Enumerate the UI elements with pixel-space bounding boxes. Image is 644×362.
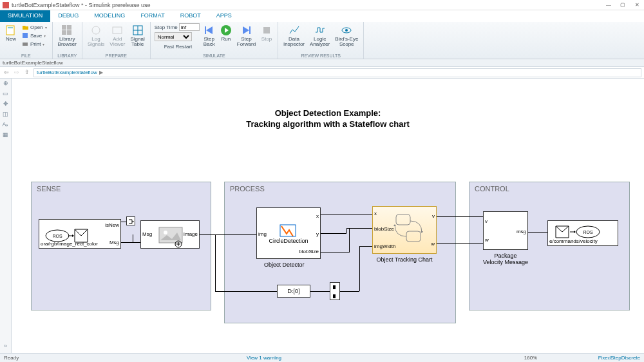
open-icon (22, 24, 28, 30)
viewer-icon (111, 24, 123, 36)
svg-rect-3 (23, 43, 28, 46)
tab-debug[interactable]: DEBUG (50, 10, 86, 22)
signal-table-button[interactable]: Signal Table (129, 23, 146, 48)
svg-rect-13 (205, 26, 206, 34)
svg-rect-2 (23, 33, 28, 38)
logic-icon (314, 24, 326, 36)
stoptime-input[interactable] (179, 23, 200, 31)
log-icon (90, 24, 102, 36)
save-icon (22, 32, 28, 39)
zoom-tool[interactable]: ⊕ (1, 80, 10, 89)
svg-rect-5 (67, 25, 71, 30)
status-warning[interactable]: View 1 warning (43, 355, 486, 361)
fit-tool[interactable]: ▭ (1, 90, 10, 99)
window-title: turtleBotExampleStateflow * - Simulink p… (12, 2, 151, 8)
svg-rect-27 (406, 231, 421, 242)
stoptime-label: Stop Time (155, 24, 178, 30)
image-tool[interactable]: ▦ (1, 131, 10, 140)
tab-modeling[interactable]: MODELING (86, 10, 133, 22)
open-button[interactable]: Open▾ (21, 23, 48, 31)
fast-restart-button[interactable]: Fast Restart (155, 43, 200, 50)
print-button[interactable]: Print▾ (21, 40, 48, 48)
nav-up-button[interactable]: ⇧ (23, 69, 31, 77)
svg-rect-7 (67, 30, 71, 35)
svg-rect-4 (62, 25, 66, 30)
ribbon: New Open▾ Save▾ Print▾ FILE Library Brow… (0, 22, 644, 59)
status-ready: Ready (4, 355, 43, 361)
ros-label: ROS (52, 234, 62, 238)
ribbon-tabs: SIMULATION DEBUG MODELING FORMAT ROBOT A… (0, 10, 644, 22)
tool-palette: ⊕ ▭ ✥ ◫ Aₐ ▦ » (0, 79, 12, 353)
inspector-icon (289, 24, 300, 36)
navbar: ⇦ ⇨ ⇧ turtleBotExampleStateflow ▶ (0, 67, 644, 79)
status-solver[interactable]: FixedStepDiscrete (576, 355, 640, 361)
svg-rect-9 (113, 27, 122, 33)
close-button[interactable]: ✕ (632, 2, 641, 8)
breadcrumb[interactable]: turtleBotExampleStateflow ▶ (33, 68, 641, 77)
block-width[interactable]: D:[0] (277, 285, 310, 298)
explorer-bar: turtleBotExampleStateflow (0, 59, 644, 67)
fastrestart-icon (156, 43, 162, 50)
select-tool[interactable]: ◫ (1, 111, 10, 120)
block-publish[interactable]: ROS e/commands/velocity (547, 220, 618, 246)
step-back-button[interactable]: Step Back (202, 23, 216, 48)
maximize-button[interactable]: ▢ (618, 2, 627, 8)
block-mux[interactable] (330, 282, 340, 300)
stop-button[interactable]: Stop (260, 23, 274, 43)
data-inspector-button[interactable]: Data Inspector (282, 23, 306, 48)
new-icon (5, 24, 17, 36)
save-button[interactable]: Save▾ (21, 32, 48, 39)
breadcrumb-sep: ▶ (99, 70, 103, 75)
terminator-icon (127, 217, 136, 226)
svg-rect-16 (263, 27, 270, 33)
status-zoom[interactable]: 160% (486, 355, 576, 361)
log-signals-button[interactable]: Log Signals (86, 23, 106, 48)
annotate-tool[interactable]: Aₐ (1, 121, 10, 130)
simmode-select[interactable]: Normal (155, 32, 192, 41)
stepback-icon (204, 24, 215, 36)
run-icon (220, 24, 232, 36)
birds-eye-button[interactable]: Bird's-Eye Scope (334, 23, 359, 48)
add-viewer-button[interactable]: Add Viewer (108, 23, 126, 48)
block-imageread[interactable]: Msg Image (140, 220, 200, 249)
svg-rect-15 (249, 26, 251, 34)
svg-point-21 (164, 231, 167, 234)
stepfwd-icon (240, 24, 252, 36)
nav-fwd-button[interactable]: ⇨ (13, 69, 21, 77)
canvas[interactable]: Object Detection Example: Tracking algor… (12, 79, 644, 353)
nav-back-button[interactable]: ⇦ (3, 69, 10, 77)
library-icon (61, 24, 73, 36)
label-detector: Object Detector (264, 262, 305, 268)
birdseye-icon (341, 24, 352, 36)
block-chart[interactable]: x blobSize imgWidth v w (372, 206, 437, 254)
block-subscribe[interactable]: ROS isNew Msg ora/rgb/image_rect_color (39, 219, 121, 249)
step-forward-button[interactable]: Step Forward (236, 23, 257, 48)
new-button[interactable]: New (4, 23, 18, 43)
svg-point-18 (345, 29, 348, 32)
tab-apps[interactable]: APPS (209, 10, 240, 22)
run-button[interactable]: Run (219, 23, 233, 43)
pan-tool[interactable]: ✥ (1, 100, 10, 110)
logic-analyzer-button[interactable]: Logic Analyzer (308, 23, 331, 48)
svg-point-8 (92, 26, 100, 34)
mux-icon (330, 283, 341, 301)
expand-tool[interactable]: » (1, 343, 10, 352)
block-package[interactable]: v w msg (483, 211, 528, 250)
tab-format[interactable]: FORMAT (133, 10, 172, 22)
svg-rect-6 (62, 30, 66, 35)
block-terminator[interactable] (126, 216, 135, 225)
tab-robot[interactable]: ROBOT (173, 10, 209, 22)
breadcrumb-item[interactable]: turtleBotExampleStateflow (37, 70, 97, 75)
svg-rect-20 (159, 227, 182, 243)
tab-simulation[interactable]: SIMULATION (0, 10, 50, 22)
minimize-button[interactable]: — (604, 2, 613, 8)
library-browser-button[interactable]: Library Browser (57, 23, 78, 48)
label-package: Package Velocity Message (483, 252, 528, 265)
svg-text:ROS: ROS (583, 230, 593, 234)
svg-rect-25 (333, 294, 336, 298)
label-chart: Object Tracking Chart (372, 256, 437, 263)
block-detector[interactable]: img x y blobSize CircleDetection (256, 207, 321, 259)
print-icon (22, 41, 28, 47)
titlebar: turtleBotExampleStateflow * - Simulink p… (0, 0, 644, 10)
simulink-icon (3, 2, 9, 8)
